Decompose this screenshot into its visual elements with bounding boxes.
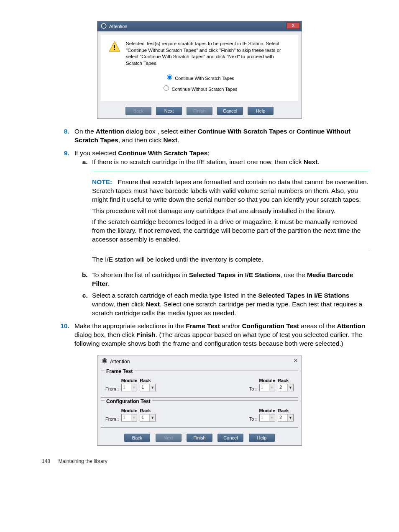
text: dialog box , select either xyxy=(124,128,198,135)
back-button: Back xyxy=(125,107,151,115)
page-footer: 148 Maintaining the library xyxy=(29,446,370,464)
module-label: Module xyxy=(121,378,138,383)
note-text: Ensure that scratch tapes are formatted … xyxy=(92,178,368,203)
from-label: From : xyxy=(105,416,119,421)
bold: Next xyxy=(146,301,160,308)
dialog-titlebar: Attention ✕ xyxy=(97,355,302,368)
attention-dialog-2: Attention ✕ Frame Test X From : Module 1… xyxy=(97,355,302,446)
combo-value: 1 xyxy=(140,384,149,391)
next-button[interactable]: Next xyxy=(156,107,182,115)
from-rack-combo[interactable]: 1▼ xyxy=(140,414,156,421)
hp-logo-icon xyxy=(102,358,107,365)
cancel-button[interactable]: Cancel xyxy=(217,107,243,115)
finish-button[interactable]: Finish xyxy=(187,434,212,442)
text: . xyxy=(108,280,110,287)
chevron-down-icon[interactable]: ▼ xyxy=(149,414,155,421)
module-label: Module xyxy=(259,408,276,413)
bold: Attention xyxy=(337,322,365,329)
radio-without-label: Continue Without Scratch Tapes xyxy=(172,87,238,92)
section-title: Maintaining the library xyxy=(58,458,107,464)
to-label: To : xyxy=(249,386,257,391)
warning-icon: ! xyxy=(108,41,121,53)
note-text: The I/E station will be locked until the… xyxy=(92,255,370,264)
bold: Next xyxy=(304,158,318,165)
sub-list: If there is no scratch cartridge in the … xyxy=(74,158,370,318)
cancel-button[interactable]: Cancel xyxy=(217,434,243,442)
text: , and then click xyxy=(118,136,164,144)
bold: Finish xyxy=(136,331,156,338)
config-test-fieldset: Configuration Test X From : Module 1▼ xyxy=(101,400,298,428)
module-label: Module xyxy=(259,378,276,383)
close-button[interactable]: ✕ xyxy=(293,357,298,364)
to-group: X To : Module 1▼ Rack 2▼ xyxy=(249,378,294,391)
bold: Configuration Test xyxy=(242,322,299,329)
dialog-titlebar: Attention x xyxy=(97,21,302,31)
module-label: Module xyxy=(121,408,138,413)
step-8: On the Attention dialog box , select eit… xyxy=(71,127,370,145)
svg-text:!: ! xyxy=(113,44,115,51)
chevron-down-icon[interactable]: ▼ xyxy=(287,384,293,391)
config-test-legend: Configuration Test xyxy=(105,398,152,404)
dialog-button-row: Back Next Finish Cancel Help xyxy=(101,104,298,115)
to-group: X To : Module 1▼ Rack 2▼ xyxy=(249,408,294,421)
text: Make the appropriate selections in the xyxy=(74,322,186,329)
help-button[interactable]: Help xyxy=(248,107,274,115)
combo-value: 1 xyxy=(260,384,269,391)
note-block: NOTE: Ensure that scratch tapes are form… xyxy=(92,171,370,251)
hp-logo-icon xyxy=(101,23,107,30)
finish-button: Finish xyxy=(187,107,212,115)
radio-without-scratch[interactable]: Continue Without Scratch Tapes xyxy=(108,84,291,92)
text: Select a scratch cartridge of each media… xyxy=(92,292,258,299)
dialog-title: Attention xyxy=(109,24,127,29)
rack-label: Rack xyxy=(140,378,156,383)
from-label: From : xyxy=(105,386,119,391)
bold: Frame Text xyxy=(186,322,220,329)
frame-test-legend: Frame Test xyxy=(105,368,134,374)
chevron-down-icon: ▼ xyxy=(269,414,275,421)
from-group: X From : Module 1▼ Rack 1▼ xyxy=(105,378,156,391)
combo-value: 1 xyxy=(122,384,131,391)
from-module-combo: 1▼ xyxy=(121,414,138,421)
text: window, then click xyxy=(92,301,146,308)
step-9a: If there is no scratch cartridge in the … xyxy=(90,158,370,264)
bold: Continue With Scratch Tapes xyxy=(118,149,207,157)
dialog-title: Attention xyxy=(110,359,130,365)
note-text: If the scratch cartridge becomes lodged … xyxy=(92,218,370,244)
note-label: NOTE: xyxy=(92,178,112,185)
chevron-down-icon: ▼ xyxy=(269,384,275,391)
rack-label: Rack xyxy=(278,378,294,383)
chevron-down-icon: ▼ xyxy=(131,384,137,391)
back-button[interactable]: Back xyxy=(124,434,150,442)
rack-label: Rack xyxy=(140,408,156,413)
note-text: This procedure will not damage any cartr… xyxy=(92,207,370,216)
radio-without-input[interactable] xyxy=(164,85,169,91)
chevron-down-icon[interactable]: ▼ xyxy=(149,384,155,391)
dialog-button-row: Back Next Finish Cancel Help xyxy=(101,431,298,442)
text: areas of the xyxy=(299,322,337,329)
to-rack-combo[interactable]: 2▼ xyxy=(278,414,294,421)
text: On the xyxy=(74,128,96,135)
to-module-combo: 1▼ xyxy=(259,384,276,391)
to-rack-combo[interactable]: 2▼ xyxy=(278,384,294,391)
text: dialog box, then click xyxy=(74,331,136,338)
help-button[interactable]: Help xyxy=(249,434,275,442)
combo-value: 2 xyxy=(278,414,287,421)
radio-with-scratch[interactable]: Continue With Scratch Tapes xyxy=(108,73,291,81)
text: . xyxy=(317,158,319,165)
radio-with-input[interactable] xyxy=(167,75,172,80)
bold: Attention xyxy=(96,128,124,135)
text: If you selected xyxy=(74,149,118,157)
chevron-down-icon[interactable]: ▼ xyxy=(287,414,293,421)
text: . xyxy=(177,136,179,144)
next-button: Next xyxy=(156,434,182,442)
combo-value: 1 xyxy=(140,414,149,421)
from-module-combo: 1▼ xyxy=(121,384,138,391)
combo-value: 1 xyxy=(260,414,269,421)
dialog-body: ! Selected Test(s) require scratch tapes… xyxy=(101,35,298,101)
combo-value: 2 xyxy=(278,384,287,391)
to-label: To : xyxy=(249,416,257,421)
close-button[interactable]: x xyxy=(286,22,300,29)
text: or xyxy=(287,128,297,135)
from-rack-combo[interactable]: 1▼ xyxy=(140,384,156,391)
step-9c: Select a scratch cartridge of each media… xyxy=(90,291,370,318)
